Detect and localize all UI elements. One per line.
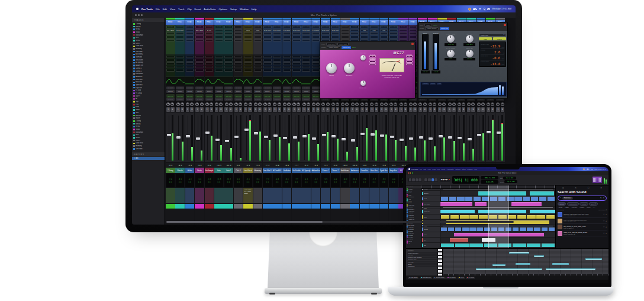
solo-button[interactable]: S [458,107,461,112]
mute-button[interactable]: M [210,107,213,112]
audio-clip[interactable] [440,210,475,213]
limiter-preset-menu[interactable]: Master Fade▾ [479,33,506,37]
automation-mode[interactable]: auto read [273,94,281,98]
pan-knob[interactable] [341,103,344,106]
group-assign[interactable]: no group [166,98,175,101]
solo-button[interactable]: S [447,107,451,112]
comments-box[interactable] [175,188,185,203]
insert-slot[interactable] [215,36,223,39]
send-slot[interactable] [195,56,204,59]
audio-clip[interactable] [449,197,456,200]
mute-button[interactable]: M [394,107,397,112]
track-header[interactable]: Pads [421,225,440,226]
pan-knob[interactable] [389,103,393,106]
track-name[interactable]: Ambience [350,168,359,173]
track-list-item[interactable]: Air [406,242,421,244]
solo-button[interactable]: S [263,107,267,112]
insert-slot[interactable]: Dyn3 Comp [263,29,272,32]
release-knob[interactable] [360,81,366,86]
insert-slot[interactable] [341,32,349,35]
send-slot[interactable] [302,66,310,69]
comments-box[interactable] [340,188,350,203]
mute-button[interactable]: M [491,107,494,112]
output-selector[interactable]: Phones [215,90,223,93]
insert-slot[interactable]: ChanStrip [244,25,252,28]
mute-button[interactable]: M [355,107,359,112]
heat-section[interactable]: HEAT [234,20,243,25]
heat-section[interactable]: HEAT [340,20,350,25]
comments-box[interactable] [369,188,379,203]
send-slot[interactable] [205,62,214,65]
attack-knob[interactable] [360,55,366,60]
group-item[interactable] [132,163,165,166]
insert-slot[interactable] [331,36,340,39]
insert-slot[interactable]: D-Verb [205,29,214,32]
send-slot[interactable] [195,62,204,65]
quantize-row[interactable]: Preserve note duration [407,257,437,258]
solo-button[interactable]: S [215,107,218,112]
insert-slot[interactable] [234,32,243,35]
track-name[interactable]: Lead Vocal [243,168,253,173]
send-slot[interactable] [234,59,243,62]
solo-button[interactable]: S [409,107,413,112]
fader-cap[interactable] [234,136,239,138]
mute-button[interactable]: M [278,107,281,112]
comments-box[interactable] [389,188,398,203]
pan-knob[interactable] [438,103,442,106]
pan-knob[interactable] [200,103,204,106]
rewind-button[interactable]: ◀◀ [440,179,444,181]
send-slot[interactable] [234,56,243,59]
send-slot[interactable] [312,62,320,65]
output-knob[interactable] [344,63,355,73]
track-name[interactable]: VoxSample [205,168,214,173]
solo-button[interactable]: S [176,107,179,112]
pan-knob[interactable] [496,103,500,106]
group-assign[interactable]: no group [292,98,301,101]
insert-slot[interactable]: EQ3 7-Band [186,25,194,28]
mute-button[interactable]: M [404,107,407,112]
send-slot[interactable] [166,62,175,65]
solo-button[interactable]: S [321,107,325,112]
fader-cap[interactable] [390,136,394,138]
send-slot[interactable] [283,62,291,65]
window-tab[interactable]: Bass Bounce [420,277,432,279]
input-selector[interactable]: no input [244,87,252,89]
automation-mode[interactable]: auto read [292,94,301,98]
insert-slot[interactable] [176,39,184,42]
comments-box[interactable] [311,188,321,203]
audio-clip[interactable] [542,228,548,231]
tag-house[interactable]: House [579,207,585,209]
insert-slot[interactable] [341,36,349,39]
audio-clip[interactable] [549,228,555,231]
menu-audiosuite[interactable]: AudioSuite [447,168,454,170]
output-selector[interactable]: Phones [292,90,301,93]
insert-slot[interactable] [254,32,262,35]
fader-cap[interactable] [371,133,375,136]
track-name[interactable]: A3 Speedy [301,168,311,173]
audio-clip[interactable] [455,228,461,231]
insert-slot[interactable]: Dyn3 Comp [176,29,184,32]
insert-slot[interactable] [399,36,407,39]
send-slot[interactable] [205,56,214,59]
pan-knob[interactable] [166,103,170,106]
timecode-counter[interactable]: 0:41.275 [481,180,498,184]
output-selector[interactable]: Phones [234,90,243,93]
fader-cap[interactable] [302,135,307,137]
menu-edit[interactable]: Edit [163,8,167,11]
fader-cap[interactable] [273,135,278,137]
mute-button[interactable]: M [375,107,378,112]
audio-clip[interactable] [457,197,464,200]
insert-slot[interactable]: ChanStrip [166,25,175,28]
audio-clip[interactable] [469,215,478,219]
insert-slot[interactable] [254,36,262,39]
audio-clip[interactable] [534,228,540,231]
insert-slot[interactable]: ChanStrip [341,25,349,28]
menu-track[interactable]: Track [432,168,436,170]
send-slot[interactable] [292,66,301,69]
tag-+[interactable]: + [593,207,595,209]
group-assign[interactable]: no group [244,98,252,101]
pan-knob[interactable] [210,103,213,106]
mute-button[interactable]: M [219,107,223,112]
apple-menu-icon[interactable] [408,168,410,170]
meter-button-gr[interactable]: GR [406,55,413,57]
